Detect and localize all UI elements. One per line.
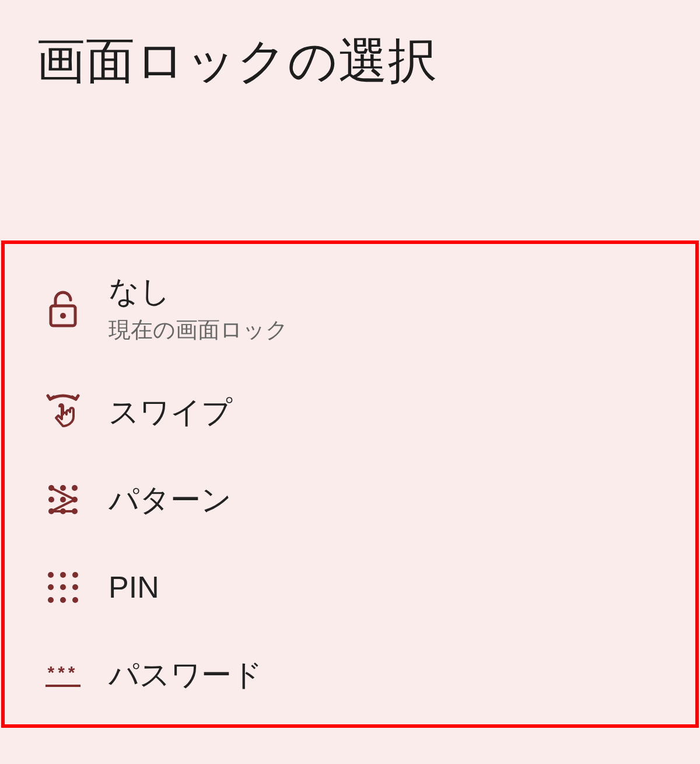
option-swipe-label: スワイプ: [108, 394, 232, 430]
option-password-label: パスワード: [108, 657, 262, 693]
swipe-icon: [40, 393, 86, 431]
svg-point-3: [60, 485, 66, 491]
svg-point-1: [60, 313, 66, 319]
option-pattern[interactable]: パターン: [5, 456, 695, 543]
option-pattern-label: パターン: [108, 482, 232, 518]
pattern-icon: [40, 483, 86, 516]
svg-point-4: [72, 485, 78, 491]
option-none[interactable]: なし 現在の画面ロック: [5, 256, 695, 368]
pin-keypad-icon: [40, 571, 86, 603]
option-none-label: なし: [108, 273, 288, 309]
option-none-subtext: 現在の画面ロック: [108, 315, 288, 345]
page-title: 画面ロックの選択: [0, 0, 700, 95]
option-swipe[interactable]: スワイプ: [5, 368, 695, 456]
option-pin[interactable]: PIN: [5, 543, 695, 631]
lock-options-list: なし 現在の画面ロック スワイプ: [1, 240, 699, 728]
password-icon: ***: [40, 662, 86, 687]
option-password[interactable]: *** パスワード: [5, 631, 695, 718]
option-pin-label: PIN: [108, 569, 159, 605]
svg-point-6: [60, 497, 66, 503]
svg-point-5: [48, 497, 54, 503]
unlock-icon: [40, 291, 86, 328]
